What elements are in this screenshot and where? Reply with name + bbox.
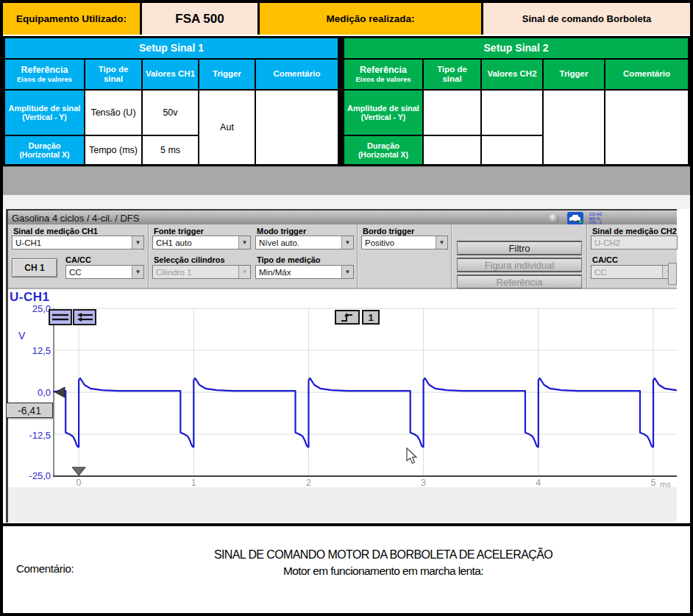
separator-band xyxy=(3,166,690,195)
rising-edge-icon xyxy=(340,312,355,322)
scope-plot: 012345ms xyxy=(53,304,677,488)
y-compress-button[interactable] xyxy=(49,309,72,325)
svg-text:4: 4 xyxy=(536,478,541,488)
vehicle-icon[interactable] xyxy=(567,212,583,224)
trigger-edge-label: Bordo trigger xyxy=(363,227,414,236)
cylinder-select: Cilindro 1 ▼ xyxy=(152,265,251,279)
waveform-area: U-CH1 25,0 V 12,5 0,0 -12,5 -25,0 -6,41 … xyxy=(8,288,677,487)
setup1-col-tipo: Tipo de sinal xyxy=(85,60,141,89)
setup-signal-2-table: Setup Sinal 2 Referência Eixos de valore… xyxy=(342,36,690,166)
clipped-control-fragment xyxy=(668,263,677,285)
svg-text:3: 3 xyxy=(421,478,426,488)
setup2-row1-ref: Amplitude de sinal (Vertical - Y) xyxy=(344,91,422,135)
ch1-button[interactable]: CH 1 xyxy=(12,258,57,277)
ch2-coupling-select: CC ▼ xyxy=(591,265,675,279)
x-compress-button[interactable] xyxy=(73,309,96,325)
scope-title: Gasolina 4 ciclos / 4-cil. / DFS xyxy=(12,213,139,224)
setup2-trigger-value xyxy=(544,91,604,164)
ch2-signal-select: U-CH2 xyxy=(591,236,678,249)
measurement-value-cell: Sinal de comando Borboleta xyxy=(483,3,690,35)
ch2-signal-label: Sinal de medição CH2 xyxy=(592,227,677,236)
setup2-row2-ref: Duração (Horizontal X) xyxy=(344,136,422,164)
ch2-coupling-label: CA/CC xyxy=(592,255,618,264)
y-tick-0: 0,0 xyxy=(18,387,51,398)
setup1-col-comentario: Comentário xyxy=(256,60,338,89)
equipment-label-cell: Equipamento Utilizado: xyxy=(3,3,140,35)
setup2-row2-valor xyxy=(482,136,542,164)
cylinder-select-label: Selecção cilindros xyxy=(154,255,225,264)
setup1-comentario-value xyxy=(256,91,338,164)
chevron-down-icon[interactable]: ▼ xyxy=(132,266,143,278)
chevron-down-icon[interactable]: ▼ xyxy=(341,236,353,249)
chevron-down-icon[interactable]: ▼ xyxy=(238,236,250,249)
svg-text:0: 0 xyxy=(77,478,82,488)
status-led-icon xyxy=(549,213,559,224)
trigger-mode-select[interactable]: Nível auto. ▼ xyxy=(255,236,354,249)
setup2-row2-tipo xyxy=(424,136,480,164)
measurement-value: Sinal de comando Borboleta xyxy=(522,13,652,24)
setup2-col-tipo: Tipo de sinal xyxy=(424,60,480,89)
setup2-col-comentario: Comentário xyxy=(605,60,688,89)
setup1-row1-valor: 50v xyxy=(143,91,198,135)
setup1-row1-tipo: Tensão (U) xyxy=(85,91,141,135)
svg-text:5: 5 xyxy=(651,478,656,488)
svg-text:ms: ms xyxy=(660,480,671,488)
equipment-value-cell: FSA 500 xyxy=(142,3,257,35)
setup1-col-trigger: Trigger xyxy=(199,60,255,89)
setup1-row2-tipo: Tempo (ms) xyxy=(85,136,141,164)
separator-band-light xyxy=(3,195,690,209)
y-tick-12-5: 12,5 xyxy=(18,345,51,356)
setup2-row1-tipo xyxy=(424,91,480,135)
comment-text: SINAL DE COMANDO MOTOR DA BORBOLETA DE A… xyxy=(77,548,690,578)
comment-label: Comentário: xyxy=(16,562,74,575)
measurement-label: Medição realizada: xyxy=(326,13,414,24)
chevron-down-icon[interactable]: ▼ xyxy=(132,236,143,249)
setup2-col-trigger: Trigger xyxy=(544,60,604,89)
setup2-col-referencia: Referência Eixos de valores xyxy=(344,60,422,89)
svg-text:1: 1 xyxy=(191,478,196,488)
trigger-edge-icon-button[interactable] xyxy=(335,310,360,325)
setup2-col-valores: Valores CH2 xyxy=(482,60,542,89)
setup1-row2-ref: Duração (Horizontal X) xyxy=(5,136,84,164)
ch1-signal-label: Sinal de medição CH1 xyxy=(13,227,98,236)
equipment-value: FSA 500 xyxy=(175,12,224,26)
ch1-coupling-select[interactable]: CC ▼ xyxy=(65,265,144,279)
setup2-comentario-value xyxy=(605,91,688,164)
measurement-readout: -6,41 xyxy=(6,403,53,418)
measure-type-select[interactable]: Min/Máx ▼ xyxy=(255,265,354,279)
y-tick-neg25: -25,0 xyxy=(18,470,51,481)
setup2-row1-valor xyxy=(482,91,542,135)
reference-button[interactable]: Referência xyxy=(457,275,582,289)
oscilloscope-window: Gasolina 4 ciclos / 4-cil. / DFS CO HC N… xyxy=(6,209,677,523)
report-page: Equipamento Utilizado: FSA 500 Medição r… xyxy=(0,0,693,616)
scope-titlebar: Gasolina 4 ciclos / 4-cil. / DFS CO HC N… xyxy=(8,209,677,224)
setup2-title: Setup Sinal 2 xyxy=(344,38,688,58)
setup1-row2-valor: 5 ms xyxy=(143,136,198,164)
emissions-icon[interactable]: CO HC NO O₂ CO₂ λ xyxy=(589,213,603,225)
comment-line1: SINAL DE COMANDO MOTOR DA BORBOLETA DE A… xyxy=(77,548,690,562)
measurement-label-cell: Medição realizada: xyxy=(260,3,481,35)
filter-button[interactable]: Filtro xyxy=(457,241,582,255)
channel-title: U-CH1 xyxy=(10,290,49,305)
trigger-mode-label: Modo trigger xyxy=(257,227,306,236)
report-header: Equipamento Utilizado: FSA 500 Medição r… xyxy=(3,3,690,35)
svg-text:2: 2 xyxy=(306,478,311,488)
y-tick-25: 25,0 xyxy=(18,303,51,314)
trigger-source-select[interactable]: CH1 auto ▼ xyxy=(152,236,251,249)
setup1-row1-ref: Amplitude de sinal (Vertical - Y) xyxy=(5,91,84,135)
single-figure-button[interactable]: Figura individual xyxy=(457,258,582,272)
setup-signal-1-table: Setup Sinal 1 Referência Eixos de valore… xyxy=(3,36,340,166)
trigger-edge-select[interactable]: Positivo ▼ xyxy=(361,236,448,249)
comment-line2: Motor em funcionamento em marcha lenta: xyxy=(77,564,690,578)
ch1-signal-select[interactable]: U-CH1 ▼ xyxy=(12,236,144,249)
setup1-trigger-value: Aut xyxy=(199,91,255,164)
chevron-down-icon: ▼ xyxy=(238,266,250,278)
measure-type-label: Tipo de medição xyxy=(257,255,321,264)
setup-tables: Setup Sinal 1 Referência Eixos de valore… xyxy=(3,36,690,166)
setup1-col-referencia: Referência Eixos de valores xyxy=(5,60,84,89)
trigger-channel-button[interactable]: 1 xyxy=(362,310,380,325)
chevron-down-icon[interactable]: ▼ xyxy=(436,236,447,249)
scope-control-panel: Sinal de medição CH1 U-CH1 ▼ CH 1 CA/CC … xyxy=(8,224,677,288)
setup1-title: Setup Sinal 1 xyxy=(5,38,338,58)
chevron-down-icon[interactable]: ▼ xyxy=(341,266,353,278)
